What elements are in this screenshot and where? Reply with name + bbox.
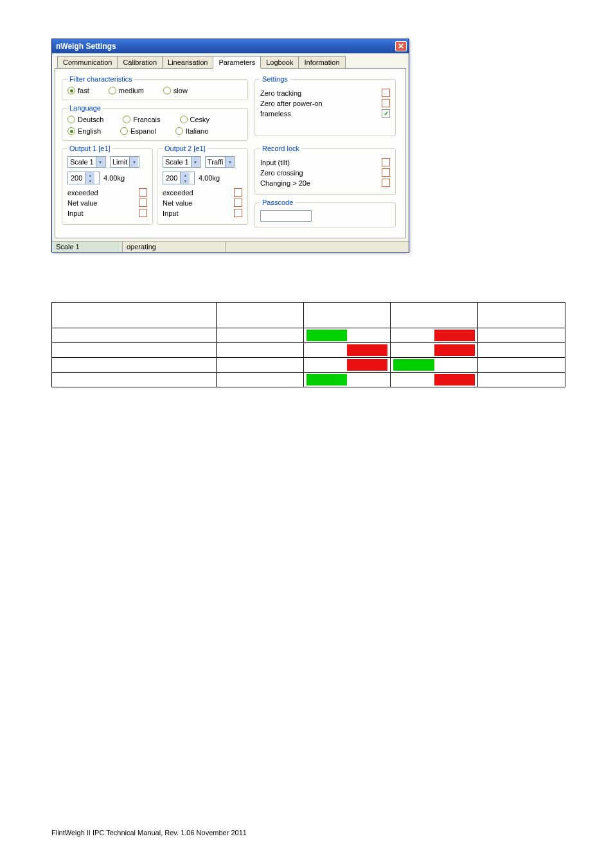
footer-text: FlintWeigh II IPC Technical Manual, Rev.… <box>51 829 247 837</box>
zero-after-power-checkbox[interactable] <box>382 99 390 107</box>
output1-netvalue-label: Net value <box>67 199 97 207</box>
filter-group: Filter characteristics fast medium <box>62 75 248 100</box>
settings-window: nWeigh Settings ✕ Communication Calibrat… <box>51 39 409 252</box>
settings-group: Settings Zero tracking Zero after power-… <box>254 75 396 136</box>
client-area: Communication Calibration Linearisation … <box>52 53 409 241</box>
table-row <box>52 343 565 358</box>
spinner-down-icon[interactable]: ▼ <box>85 178 94 184</box>
radio-slow[interactable]: slow <box>163 87 188 94</box>
zero-after-power-label: Zero after power-on <box>260 100 323 107</box>
passcode-input[interactable] <box>260 210 312 222</box>
zero-crossing-checkbox[interactable] <box>382 168 390 177</box>
radio-fast[interactable]: fast <box>67 87 89 94</box>
table-row <box>52 328 565 343</box>
settings-legend: Settings <box>260 75 290 83</box>
zero-tracking-label: Zero tracking <box>260 89 301 97</box>
output2-unit: 4.00kg <box>199 174 220 182</box>
radio-icon <box>67 116 75 123</box>
radio-francais[interactable]: Francais <box>123 116 160 123</box>
tab-linearisation[interactable]: Linearisation <box>162 56 213 68</box>
radio-icon <box>175 127 183 135</box>
table-header-row <box>52 303 565 328</box>
status-state: operating <box>123 242 226 252</box>
radio-icon <box>163 87 171 94</box>
output2-exceeded-checkbox[interactable] <box>234 188 242 197</box>
frameless-label: frameless <box>260 110 291 118</box>
output2-scale-select[interactable]: Scale 1 ▾ <box>163 156 201 168</box>
radio-cesky[interactable]: Cesky <box>180 116 210 123</box>
window-title: nWeigh Settings <box>56 42 116 51</box>
chevron-down-icon: ▾ <box>96 157 105 167</box>
changing-checkbox[interactable] <box>382 179 390 187</box>
chevron-down-icon: ▾ <box>191 157 200 167</box>
output1-netvalue-checkbox[interactable] <box>139 199 147 207</box>
tabs: Communication Calibration Linearisation … <box>57 56 406 68</box>
tab-communication[interactable]: Communication <box>57 56 118 68</box>
radio-espanol[interactable]: Espanol <box>120 127 156 135</box>
chevron-down-icon: ▾ <box>225 157 234 167</box>
output1-value-spinner[interactable]: 200 ▲ ▼ <box>67 172 100 184</box>
output1-input-label: Input <box>67 209 83 217</box>
output1-scale-select[interactable]: Scale 1 ▾ <box>67 156 106 168</box>
tab-content: Filter characteristics fast medium <box>55 68 406 238</box>
output2-group: Output 2 [e1] Scale 1 ▾ Traffi ▾ <box>157 145 248 225</box>
close-icon: ✕ <box>398 42 404 50</box>
radio-icon <box>123 116 130 123</box>
input-tilt-label: Input (tilt) <box>260 159 290 166</box>
statusbar: Scale 1 operating <box>52 241 409 252</box>
status-spacer <box>226 242 409 252</box>
output1-input-checkbox[interactable] <box>139 209 147 217</box>
changing-label: Changing > 20e <box>260 179 310 187</box>
table-row <box>52 373 565 387</box>
output2-exceeded-label: exceeded <box>163 189 193 197</box>
output2-legend: Output 2 [e1] <box>163 145 208 152</box>
table-row <box>52 358 565 373</box>
recordlock-group: Record lock Input (tilt) Zero crossing C… <box>254 145 396 195</box>
input-tilt-checkbox[interactable] <box>382 158 390 166</box>
radio-deutsch[interactable]: Deutsch <box>67 116 103 123</box>
spinner-up-icon[interactable]: ▲ <box>181 172 190 178</box>
radio-icon <box>180 116 188 123</box>
status-scale: Scale 1 <box>52 242 123 252</box>
doc-table <box>51 302 565 387</box>
output2-input-label: Input <box>163 209 178 217</box>
recordlock-legend: Record lock <box>260 145 301 152</box>
tab-logbook[interactable]: Logbook <box>260 56 299 68</box>
chevron-down-icon: ▾ <box>129 157 138 167</box>
output1-legend: Output 1 [e1] <box>67 145 112 152</box>
output2-value-spinner[interactable]: 200 ▲ ▼ <box>163 172 195 184</box>
close-button[interactable]: ✕ <box>395 41 407 51</box>
output2-input-checkbox[interactable] <box>234 209 242 217</box>
zero-crossing-label: Zero crossing <box>260 169 303 177</box>
radio-medium[interactable]: medium <box>109 87 144 94</box>
tab-information[interactable]: Information <box>298 56 345 68</box>
radio-english[interactable]: English <box>67 127 101 135</box>
titlebar: nWeigh Settings ✕ <box>52 39 409 53</box>
filter-legend: Filter characteristics <box>67 75 134 83</box>
output1-exceeded-label: exceeded <box>67 189 98 197</box>
tab-calibration[interactable]: Calibration <box>117 56 163 68</box>
spinner-down-icon[interactable]: ▼ <box>181 178 190 184</box>
passcode-group: Passcode <box>254 199 396 227</box>
output1-mode-select[interactable]: Limit ▾ <box>110 156 139 168</box>
output1-exceeded-checkbox[interactable] <box>139 188 147 197</box>
language-legend: Language <box>67 104 103 112</box>
radio-italiano[interactable]: Italiano <box>175 127 208 135</box>
tab-parameters[interactable]: Parameters <box>213 56 261 69</box>
radio-icon <box>120 127 128 135</box>
zero-tracking-checkbox[interactable] <box>382 89 390 97</box>
radio-icon <box>67 87 75 94</box>
output1-group: Output 1 [e1] Scale 1 ▾ Limit ▾ <box>62 145 153 225</box>
frameless-checkbox[interactable]: ✓ <box>382 109 390 118</box>
output2-mode-select[interactable]: Traffi ▾ <box>205 156 235 168</box>
spinner-up-icon[interactable]: ▲ <box>85 172 94 178</box>
output1-unit: 4.00kg <box>103 174 125 182</box>
output2-netvalue-label: Net value <box>163 199 192 207</box>
language-group: Language Deutsch Francais <box>62 104 248 141</box>
radio-icon <box>67 127 75 135</box>
output2-netvalue-checkbox[interactable] <box>234 199 242 207</box>
passcode-legend: Passcode <box>260 199 295 206</box>
radio-icon <box>109 87 116 94</box>
